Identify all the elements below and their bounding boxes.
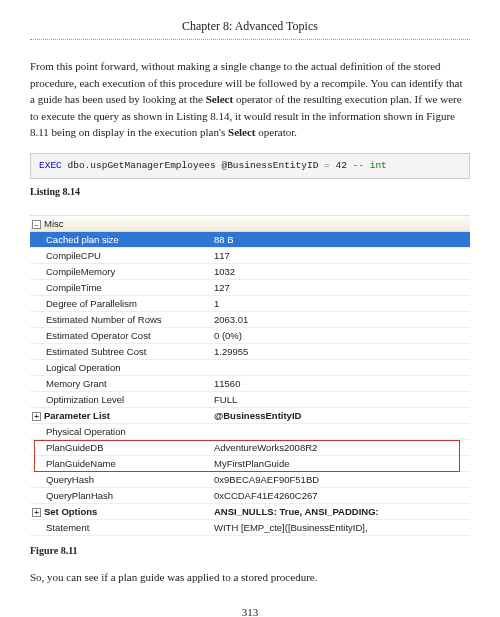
- code-keyword-exec: EXEC: [39, 160, 62, 171]
- prop-val: FULL: [210, 392, 470, 407]
- prop-val: 0 (0%): [210, 328, 470, 343]
- grid-row[interactable]: CompileTime 127: [30, 280, 470, 296]
- code-block: EXEC dbo.uspGetManagerEmployees @Busines…: [30, 153, 470, 179]
- prop-key: QueryPlanHash: [30, 488, 210, 503]
- paragraph-1: From this point forward, without making …: [30, 58, 470, 141]
- page-number: 313: [30, 605, 470, 617]
- prop-val: @BusinessEntityID: [210, 408, 470, 423]
- grid-row-parameter-list[interactable]: +Parameter List @BusinessEntityID: [30, 408, 470, 424]
- prop-val: 1.29955: [210, 344, 470, 359]
- grid-section-misc[interactable]: –Misc: [30, 216, 470, 232]
- prop-val: 1032: [210, 264, 470, 279]
- grid-row[interactable]: CompileCPU 117: [30, 248, 470, 264]
- prop-val: MyFirstPlanGuide: [210, 456, 470, 471]
- prop-val: [210, 424, 470, 439]
- prop-key: QueryHash: [30, 472, 210, 487]
- prop-key: Estimated Operator Cost: [30, 328, 210, 343]
- grid-row[interactable]: Estimated Operator Cost 0 (0%): [30, 328, 470, 344]
- prop-val: 88 B: [210, 232, 470, 247]
- collapse-icon[interactable]: –: [32, 220, 41, 229]
- highlighted-rows: PlanGuideDB AdventureWorks2008R2 PlanGui…: [30, 440, 470, 472]
- grid-row[interactable]: Estimated Subtree Cost 1.29955: [30, 344, 470, 360]
- prop-val: WITH [EMP_cte]([BusinessEntityID],: [210, 520, 470, 535]
- prop-key: PlanGuideDB: [30, 440, 210, 455]
- prop-key: Memory Grant: [30, 376, 210, 391]
- code-proc-name: dbo.uspGetManagerEmployees: [62, 160, 222, 171]
- code-param: @BusinessEntityID: [221, 160, 318, 171]
- grid-row[interactable]: CompileMemory 1032: [30, 264, 470, 280]
- code-comment: -- int: [347, 160, 387, 171]
- prop-key: CompileTime: [30, 280, 210, 295]
- properties-grid: –Misc Cached plan size 88 B CompileCPU 1…: [30, 215, 470, 536]
- grid-row-set-options[interactable]: +Set Options ANSI_NULLS: True, ANSI_PADD…: [30, 504, 470, 520]
- prop-val: 1: [210, 296, 470, 311]
- expand-icon[interactable]: +: [32, 412, 41, 421]
- grid-row-cached-plan-size[interactable]: Cached plan size 88 B: [30, 232, 470, 248]
- grid-row-planguidedb[interactable]: PlanGuideDB AdventureWorks2008R2: [30, 440, 470, 456]
- code-value: 42: [335, 160, 346, 171]
- prop-val: [210, 360, 470, 375]
- para1-bold-select-1: Select: [206, 93, 233, 105]
- prop-key: Estimated Number of Rows: [30, 312, 210, 327]
- prop-val: 0xCCDAF41E4260C267: [210, 488, 470, 503]
- grid-row[interactable]: QueryPlanHash 0xCCDAF41E4260C267: [30, 488, 470, 504]
- prop-val: 0x9BECA9AEF90F51BD: [210, 472, 470, 487]
- prop-key: Physical Operation: [30, 424, 210, 439]
- prop-key: Logical Operation: [30, 360, 210, 375]
- prop-key: Parameter List: [44, 410, 110, 421]
- prop-key: PlanGuideName: [30, 456, 210, 471]
- grid-row[interactable]: Degree of Parallelism 1: [30, 296, 470, 312]
- figure-label: Figure 8.11: [30, 544, 470, 559]
- grid-row-statement[interactable]: Statement WITH [EMP_cte]([BusinessEntity…: [30, 520, 470, 536]
- listing-label: Listing 8.14: [30, 185, 470, 200]
- grid-row[interactable]: Estimated Number of Rows 2063.01: [30, 312, 470, 328]
- grid-row[interactable]: Physical Operation: [30, 424, 470, 440]
- grid-row[interactable]: Logical Operation: [30, 360, 470, 376]
- prop-key: Set Options: [44, 506, 97, 517]
- grid-row[interactable]: Optimization Level FULL: [30, 392, 470, 408]
- grid-row[interactable]: QueryHash 0x9BECA9AEF90F51BD: [30, 472, 470, 488]
- chapter-title: Chapter 8: Advanced Topics: [30, 18, 470, 40]
- paragraph-2: So, you can see if a plan guide was appl…: [30, 569, 470, 586]
- prop-val: ANSI_NULLS: True, ANSI_PADDING:: [210, 504, 470, 519]
- prop-val: AdventureWorks2008R2: [210, 440, 470, 455]
- para1-bold-select-2: Select: [228, 126, 255, 138]
- para1-text-e: operator.: [256, 126, 298, 138]
- grid-row[interactable]: Memory Grant 11560: [30, 376, 470, 392]
- prop-key: Statement: [30, 520, 210, 535]
- prop-key: Cached plan size: [30, 232, 210, 247]
- prop-val: 117: [210, 248, 470, 263]
- prop-val: 2063.01: [210, 312, 470, 327]
- prop-key: Optimization Level: [30, 392, 210, 407]
- expand-icon[interactable]: +: [32, 508, 41, 517]
- grid-row-planguidename[interactable]: PlanGuideName MyFirstPlanGuide: [30, 456, 470, 472]
- prop-val: 127: [210, 280, 470, 295]
- code-eq: =: [318, 160, 335, 171]
- prop-key: CompileMemory: [30, 264, 210, 279]
- prop-key: CompileCPU: [30, 248, 210, 263]
- prop-key: Estimated Subtree Cost: [30, 344, 210, 359]
- prop-val: 11560: [210, 376, 470, 391]
- section-label: Misc: [44, 218, 64, 229]
- prop-key: Degree of Parallelism: [30, 296, 210, 311]
